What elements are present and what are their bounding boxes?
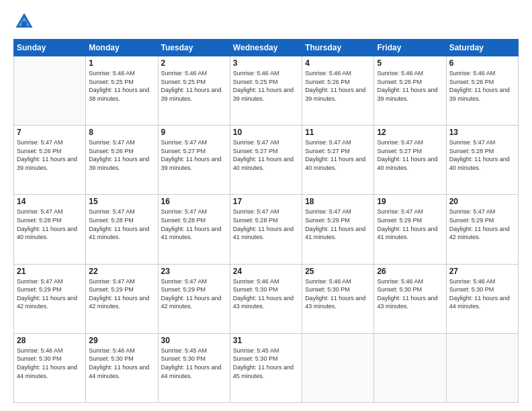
day-number: 30	[161, 336, 227, 345]
day-number: 31	[233, 336, 299, 345]
day-number: 28	[17, 336, 83, 345]
day-number: 10	[233, 128, 299, 137]
day-info: Sunrise: 5:47 AMSunset: 5:29 PMDaylight:…	[449, 208, 510, 240]
day-number: 16	[161, 197, 227, 206]
day-info: Sunrise: 5:46 AMSunset: 5:30 PMDaylight:…	[233, 278, 294, 310]
calendar-cell-4-0: 28 Sunrise: 5:46 AMSunset: 5:30 PMDaylig…	[14, 333, 86, 402]
logo-icon	[13, 11, 35, 32]
day-info: Sunrise: 5:47 AMSunset: 5:26 PMDaylight:…	[17, 139, 77, 171]
calendar-cell-4-4	[302, 333, 374, 402]
calendar-cell-2-6: 20 Sunrise: 5:47 AMSunset: 5:29 PMDaylig…	[446, 195, 518, 264]
day-info: Sunrise: 5:45 AMSunset: 5:30 PMDaylight:…	[161, 347, 222, 379]
header	[13, 11, 519, 32]
calendar-cell-1-4: 11 Sunrise: 5:47 AMSunset: 5:27 PMDaylig…	[302, 126, 374, 195]
calendar-cell-1-5: 12 Sunrise: 5:47 AMSunset: 5:27 PMDaylig…	[374, 126, 446, 195]
calendar-cell-1-2: 9 Sunrise: 5:47 AMSunset: 5:27 PMDayligh…	[158, 126, 230, 195]
weekday-header-friday: Friday	[374, 40, 446, 56]
day-info: Sunrise: 5:47 AMSunset: 5:29 PMDaylight:…	[161, 278, 222, 310]
calendar-cell-2-5: 19 Sunrise: 5:47 AMSunset: 5:29 PMDaylig…	[374, 195, 446, 264]
day-number: 4	[305, 58, 371, 68]
svg-rect-2	[21, 21, 26, 28]
day-number: 14	[17, 197, 83, 206]
calendar-cell-1-0: 7 Sunrise: 5:47 AMSunset: 5:26 PMDayligh…	[14, 126, 86, 195]
day-number: 26	[377, 267, 443, 276]
day-info: Sunrise: 5:47 AMSunset: 5:29 PMDaylight:…	[305, 208, 365, 240]
day-info: Sunrise: 5:47 AMSunset: 5:28 PMDaylight:…	[233, 208, 294, 240]
day-number: 15	[89, 197, 154, 206]
day-info: Sunrise: 5:47 AMSunset: 5:26 PMDaylight:…	[89, 139, 149, 171]
weekday-header-wednesday: Wednesday	[230, 40, 302, 56]
day-info: Sunrise: 5:47 AMSunset: 5:28 PMDaylight:…	[161, 208, 222, 240]
day-number: 22	[89, 267, 154, 276]
day-number: 6	[449, 58, 515, 68]
calendar-week-row-2: 14 Sunrise: 5:47 AMSunset: 5:28 PMDaylig…	[14, 195, 519, 264]
day-info: Sunrise: 5:47 AMSunset: 5:29 PMDaylight:…	[89, 278, 149, 310]
day-number: 29	[89, 336, 154, 345]
day-info: Sunrise: 5:46 AMSunset: 5:25 PMDaylight:…	[233, 70, 294, 102]
day-number: 24	[233, 267, 299, 276]
day-number: 25	[305, 267, 371, 276]
day-number: 13	[449, 128, 515, 137]
calendar-cell-3-1: 22 Sunrise: 5:47 AMSunset: 5:29 PMDaylig…	[86, 264, 158, 333]
calendar-cell-4-3: 31 Sunrise: 5:45 AMSunset: 5:30 PMDaylig…	[230, 333, 302, 402]
calendar-cell-0-5: 5 Sunrise: 5:46 AMSunset: 5:26 PMDayligh…	[374, 56, 446, 126]
page: SundayMondayTuesdayWednesdayThursdayFrid…	[0, 0, 532, 411]
day-number: 7	[17, 128, 83, 137]
day-number: 11	[305, 128, 371, 137]
day-number: 12	[377, 128, 443, 137]
day-info: Sunrise: 5:46 AMSunset: 5:26 PMDaylight:…	[449, 70, 510, 102]
weekday-header-row: SundayMondayTuesdayWednesdayThursdayFrid…	[14, 40, 519, 56]
day-info: Sunrise: 5:45 AMSunset: 5:30 PMDaylight:…	[233, 347, 294, 379]
day-number: 3	[233, 58, 299, 68]
weekday-header-sunday: Sunday	[14, 40, 86, 56]
calendar-week-row-4: 28 Sunrise: 5:46 AMSunset: 5:30 PMDaylig…	[14, 333, 519, 402]
day-info: Sunrise: 5:47 AMSunset: 5:27 PMDaylight:…	[305, 139, 365, 171]
day-info: Sunrise: 5:46 AMSunset: 5:30 PMDaylight:…	[377, 278, 437, 310]
calendar-cell-4-6	[446, 333, 518, 402]
day-info: Sunrise: 5:47 AMSunset: 5:27 PMDaylight:…	[161, 139, 222, 171]
weekday-header-thursday: Thursday	[302, 40, 374, 56]
calendar-week-row-0: 1 Sunrise: 5:46 AMSunset: 5:25 PMDayligh…	[14, 56, 519, 126]
day-info: Sunrise: 5:46 AMSunset: 5:26 PMDaylight:…	[377, 70, 437, 102]
day-info: Sunrise: 5:46 AMSunset: 5:30 PMDaylight:…	[305, 278, 365, 310]
calendar-cell-2-3: 17 Sunrise: 5:47 AMSunset: 5:28 PMDaylig…	[230, 195, 302, 264]
day-info: Sunrise: 5:47 AMSunset: 5:28 PMDaylight:…	[449, 139, 510, 171]
day-number: 9	[161, 128, 227, 137]
calendar-table: SundayMondayTuesdayWednesdayThursdayFrid…	[13, 39, 519, 403]
calendar-week-row-1: 7 Sunrise: 5:47 AMSunset: 5:26 PMDayligh…	[14, 126, 519, 195]
day-info: Sunrise: 5:46 AMSunset: 5:30 PMDaylight:…	[17, 347, 77, 379]
day-info: Sunrise: 5:47 AMSunset: 5:27 PMDaylight:…	[377, 139, 437, 171]
day-number: 17	[233, 197, 299, 206]
day-info: Sunrise: 5:46 AMSunset: 5:30 PMDaylight:…	[89, 347, 149, 379]
calendar-cell-0-2: 2 Sunrise: 5:46 AMSunset: 5:25 PMDayligh…	[158, 56, 230, 126]
day-info: Sunrise: 5:46 AMSunset: 5:25 PMDaylight:…	[161, 70, 222, 102]
day-number: 20	[449, 197, 515, 206]
calendar-cell-2-2: 16 Sunrise: 5:47 AMSunset: 5:28 PMDaylig…	[158, 195, 230, 264]
calendar-cell-4-5	[374, 333, 446, 402]
calendar-week-row-3: 21 Sunrise: 5:47 AMSunset: 5:29 PMDaylig…	[14, 264, 519, 333]
day-info: Sunrise: 5:47 AMSunset: 5:28 PMDaylight:…	[17, 208, 77, 240]
day-number: 8	[89, 128, 154, 137]
calendar-cell-3-2: 23 Sunrise: 5:47 AMSunset: 5:29 PMDaylig…	[158, 264, 230, 333]
calendar-cell-2-4: 18 Sunrise: 5:47 AMSunset: 5:29 PMDaylig…	[302, 195, 374, 264]
calendar-cell-3-5: 26 Sunrise: 5:46 AMSunset: 5:30 PMDaylig…	[374, 264, 446, 333]
weekday-header-saturday: Saturday	[446, 40, 518, 56]
day-info: Sunrise: 5:46 AMSunset: 5:30 PMDaylight:…	[449, 278, 510, 310]
weekday-header-monday: Monday	[86, 40, 158, 56]
weekday-header-tuesday: Tuesday	[158, 40, 230, 56]
calendar-cell-0-4: 4 Sunrise: 5:46 AMSunset: 5:26 PMDayligh…	[302, 56, 374, 126]
day-number: 19	[377, 197, 443, 206]
logo	[13, 11, 36, 32]
day-info: Sunrise: 5:47 AMSunset: 5:29 PMDaylight:…	[377, 208, 437, 240]
calendar-cell-1-3: 10 Sunrise: 5:47 AMSunset: 5:27 PMDaylig…	[230, 126, 302, 195]
day-number: 5	[377, 58, 443, 68]
day-number: 27	[449, 267, 515, 276]
day-info: Sunrise: 5:47 AMSunset: 5:28 PMDaylight:…	[89, 208, 149, 240]
calendar-cell-0-1: 1 Sunrise: 5:46 AMSunset: 5:25 PMDayligh…	[86, 56, 158, 126]
day-info: Sunrise: 5:47 AMSunset: 5:29 PMDaylight:…	[17, 278, 77, 310]
day-number: 2	[161, 58, 227, 68]
calendar-cell-0-3: 3 Sunrise: 5:46 AMSunset: 5:25 PMDayligh…	[230, 56, 302, 126]
calendar-cell-4-1: 29 Sunrise: 5:46 AMSunset: 5:30 PMDaylig…	[86, 333, 158, 402]
calendar-cell-4-2: 30 Sunrise: 5:45 AMSunset: 5:30 PMDaylig…	[158, 333, 230, 402]
calendar-cell-3-4: 25 Sunrise: 5:46 AMSunset: 5:30 PMDaylig…	[302, 264, 374, 333]
